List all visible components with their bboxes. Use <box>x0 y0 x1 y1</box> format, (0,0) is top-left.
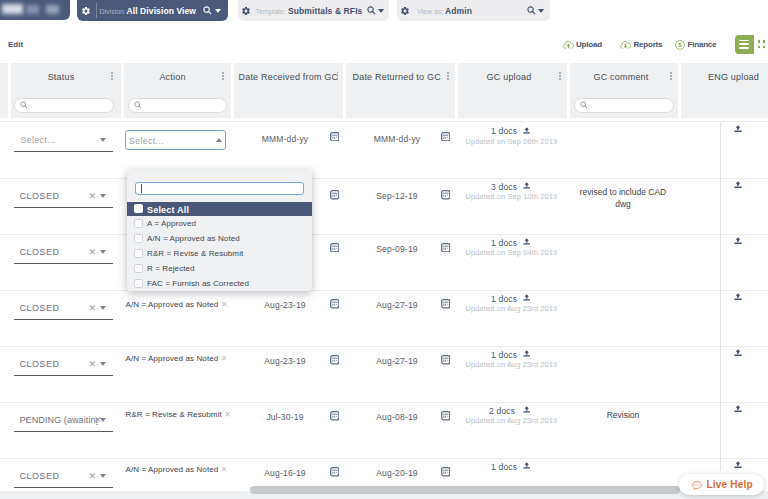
svg-text:$: $ <box>678 41 682 48</box>
